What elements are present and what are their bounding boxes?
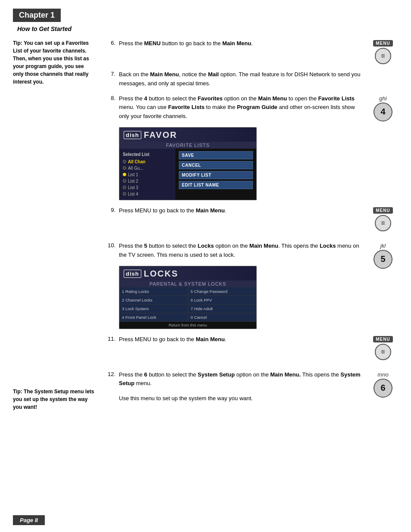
page-number: Page 8 [13,515,45,525]
chapter-header: Chapter 1 [13,9,61,22]
favorites-list-item-1: All Gu... [119,165,175,171]
tip-box-2-wrapper: Tip: The System Setup menu lets you set … [13,388,95,420]
item-12-text: Press the 6 button to select the System … [119,370,364,389]
item-10-text: Press the 5 button to select the Locks o… [119,242,364,260]
favorites-right-panel: SAVE CANCEL MODIFY LIST EDIT LIST NAME [175,149,256,200]
list-item-9: 9. Press MENU to go back to the Main Men… [103,206,398,237]
item-10-num: 10. [103,242,115,249]
favorites-save-btn: SAVE [179,151,253,159]
left-sidebar: Tip: You can set up a Favorites List of … [13,39,99,409]
menu-icon-circle-11: ≡ [375,344,391,360]
mno-label: mno [377,371,388,378]
menu-icon-circle: ≡ [375,48,391,64]
num6-circle: 6 [374,379,392,398]
favorites-editname-btn: EDIT LIST NAME [179,181,253,189]
num6-btn-group: mno 6 [374,371,392,398]
num5-btn-group: jkl 5 [374,243,392,269]
list-item-6: 6. Press the MENU button to go back to t… [103,39,398,70]
item-10-icon-area: jkl 5 [368,242,398,335]
item-11-text: Press MENU to go back to the Main Menu. [119,335,364,344]
favorites-modify-btn: MODIFY LIST [179,171,253,179]
item-9-icon-area: MENU ≡ [368,206,398,237]
locks-footer: Return from this menu [119,321,256,329]
menu-icon-label-11: MENU [373,336,392,342]
item-6-icon-area: MENU ≡ [368,39,398,70]
num4-btn-group: ghi 4 [374,95,392,121]
menu-icon-label: MENU [373,40,392,47]
locks-screen: dish LOCKS PARENTAL & SYSTEM LOCKS 1 Rat… [119,266,257,329]
item-7-num: 7. [103,70,115,77]
page-footer: Page 8 [13,515,45,525]
favorites-list-item-4: List 3 [119,184,175,191]
locks-title-big: LOCKS [144,269,178,279]
locks-cell-6: 6 Lock PPV [188,296,257,304]
favorites-list-item-3: List 2 [119,178,175,184]
item-6-num: 6. [103,39,115,46]
item-8-num: 8. [103,94,115,101]
locks-cell-0: 0 Cancel [188,313,257,321]
tip-box-1: Tip: You can set up a Favorites List of … [13,39,92,86]
favorites-list-item-2: List 1 [119,171,175,178]
item-12-extra: Use this menu to set up the system the w… [119,394,364,403]
item-8-text: Press the 4 button to select the Favorit… [119,94,364,121]
favorites-body: Selected List All Chan All Gu... List 1 [119,149,256,200]
page: Chapter 1 How to Get Started Tip: You ca… [0,0,411,532]
locks-cell-7: 7 Hide Adult [188,305,257,313]
item-8-icon-area: ghi 4 [368,94,398,206]
jkl-label: jkl [380,243,386,249]
locks-body: 1 Rating Locks 5 Change Password 2 Chann… [119,287,256,329]
dish-logo: dish [124,131,141,139]
num5-circle: 5 [374,250,392,269]
dish-logo-locks: dish [124,270,141,278]
item-6-text: Press the MENU button to go back to the … [119,39,364,48]
locks-cell-1: 1 Rating Locks [119,287,188,296]
item-9-num: 9. [103,206,115,213]
item-12-num: 12. [103,370,115,377]
favorites-cancel-btn: CANCEL [179,161,253,169]
item-9-text: Press MENU to go back to the Main Menu. [119,206,364,215]
tip-box-2: Tip: The System Setup menu lets you set … [13,388,95,411]
favorites-screen: dish FAVOR FAVORITE LISTS Selected List … [119,127,257,200]
chapter-subtitle: How to Get Started [17,25,398,32]
menu-icon-circle-9: ≡ [375,215,391,231]
item-12-icon-area: mno 6 [368,370,398,409]
screen-header-favorites: dish FAVOR [119,128,256,142]
item-7-text: Back on the Main Menu, notice the Mail o… [119,70,364,88]
main-layout: Tip: You can set up a Favorites List of … [13,39,398,409]
ghi-label: ghi [379,95,386,102]
list-item-8: 8. Press the 4 button to select the Favo… [103,94,398,206]
favorites-list-item-0: All Chan [119,159,175,165]
favorites-subtitle: FAVORITE LISTS [119,142,256,149]
list-item-12: 12. Press the 6 button to select the Sys… [103,370,398,409]
locks-cell-2: 2 Channel Locks [119,296,188,304]
list-item-7: 7. Back on the Main Menu, notice the Mai… [103,70,398,94]
favorites-title-big: FAVOR [144,130,177,140]
locks-grid: 1 Rating Locks 5 Change Password 2 Chann… [119,287,256,321]
locks-subtitle: PARENTAL & SYSTEM LOCKS [119,280,256,287]
favorites-list-item-5: List 4 [119,191,175,197]
menu-icon-label-9: MENU [373,207,392,214]
item-11-icon-area: MENU ≡ [368,335,398,366]
favorites-list-header: Selected List [119,151,175,159]
locks-cell-4: 4 Front Panel Lock [119,313,188,321]
num4-circle: 4 [374,103,392,121]
locks-cell-3: 3 Lock System [119,305,188,313]
main-content: 6. Press the MENU button to go back to t… [99,39,398,409]
favorites-left-panel: Selected List All Chan All Gu... List 1 [119,149,175,200]
list-item-10: 10. Press the 5 button to select the Loc… [103,242,398,335]
screen-header-locks: dish LOCKS [119,266,256,280]
chapter-label: Chapter 1 [19,11,55,19]
locks-cell-5: 5 Change Password [188,287,257,296]
item-11-num: 11. [103,335,115,342]
list-item-11: 11. Press MENU to go back to the Main Me… [103,335,398,366]
